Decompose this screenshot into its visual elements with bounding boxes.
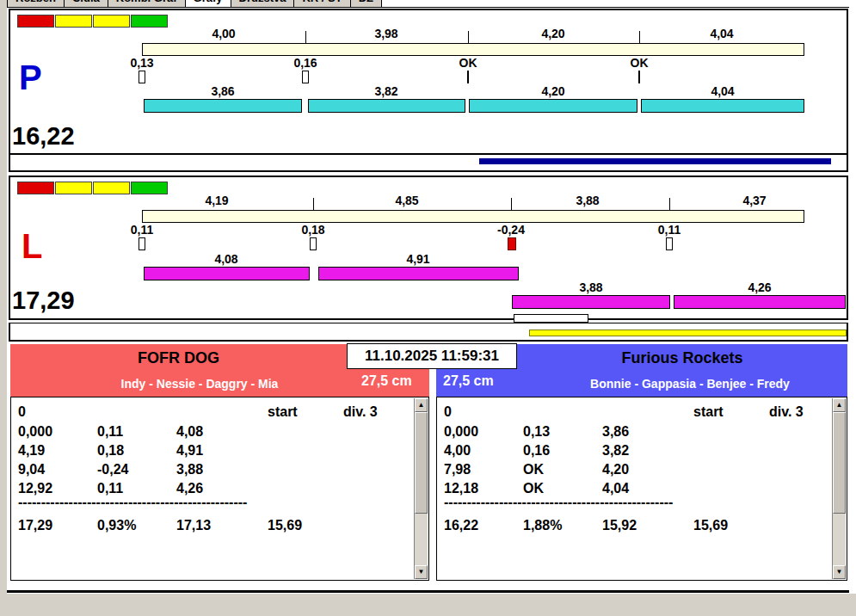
- tabbar-bottom-edge: [7, 7, 849, 8]
- run-time: 4,26: [717, 280, 803, 294]
- run-time: 4,08: [183, 252, 269, 266]
- reaction-marker: [139, 71, 145, 83]
- scroll-up-icon[interactable]: ▲: [833, 398, 846, 412]
- reaction-marker-ok: [638, 71, 640, 83]
- scroll-down-icon[interactable]: ▼: [833, 565, 846, 579]
- lane-progress-bar: [479, 158, 831, 164]
- reaction-marker: [139, 237, 145, 250]
- split-time: 3,98: [343, 27, 429, 40]
- status-light-green: [131, 182, 168, 194]
- cumulative-time: 4,00: [444, 443, 471, 459]
- scrollbar[interactable]: ▲ ▼: [414, 398, 428, 579]
- next-heat-strip: [9, 323, 848, 342]
- lane-label: L: [22, 229, 42, 263]
- reaction-marker: [302, 71, 309, 83]
- scale-tick: [313, 198, 314, 210]
- cross-time: 0,18: [97, 443, 124, 459]
- cross-time: 0,16: [523, 443, 550, 459]
- reaction-time: 0,11: [116, 223, 168, 237]
- cumulative-time: 7,98: [444, 462, 471, 477]
- table-separator: ----------------------------------------…: [18, 495, 247, 510]
- split-time: 4,00: [181, 27, 267, 40]
- total-ref: 15,69: [693, 518, 728, 533]
- total-ref: 15,69: [268, 518, 302, 533]
- dog-time: 4,20: [602, 462, 629, 477]
- table-header-zero: 0: [444, 404, 452, 420]
- team-name: FOFR DOG: [10, 349, 347, 367]
- reaction-time: OK: [613, 56, 665, 70]
- cumulative-time: 0,000: [18, 424, 52, 440]
- reaction-time-fault: -0,24: [485, 223, 537, 237]
- cross-time: -0,24: [97, 462, 128, 477]
- cross-time: OK: [523, 462, 544, 477]
- reaction-time: 0,13: [116, 56, 168, 70]
- run-time: 3,86: [180, 84, 266, 98]
- run-time: 4,91: [375, 252, 461, 266]
- table-header-start: start: [693, 404, 724, 420]
- reaction-marker-ok: [467, 71, 469, 83]
- cross-time: 0,13: [523, 424, 550, 440]
- reaction-marker: [310, 237, 317, 250]
- scroll-thumb[interactable]: [415, 412, 428, 514]
- window-bottom-border: [7, 590, 849, 593]
- reaction-time: 0,16: [280, 56, 331, 70]
- timestamp: 11.10.2025 11:59:31: [347, 343, 517, 369]
- scale-tick: [468, 31, 469, 43]
- table-header-zero: 0: [18, 404, 26, 420]
- scale-tick: [511, 198, 512, 210]
- window-frame-left: [0, 0, 7, 594]
- run-bar: [144, 267, 310, 280]
- scroll-up-icon[interactable]: ▲: [415, 398, 428, 412]
- dog-time: 3,88: [176, 462, 203, 477]
- window-frame-bottom: [0, 594, 856, 616]
- reaction-marker: [666, 237, 673, 250]
- reaction-fault-marker: [508, 237, 516, 250]
- scrollbar[interactable]: ▲ ▼: [832, 398, 846, 579]
- reaction-time: 0,11: [644, 223, 695, 237]
- result-table-right: 0 start div. 3 0,000 0,13 3,86 4,00 0,16…: [436, 397, 847, 581]
- run-bar: [641, 99, 804, 113]
- reaction-time: OK: [442, 56, 494, 70]
- table-separator: ----------------------------------------…: [444, 495, 673, 510]
- run-bar: [674, 295, 846, 309]
- status-light-red: [17, 15, 54, 28]
- team-dogs: Bonnie - Gappasia - Benjee - Fredy: [539, 377, 841, 391]
- cross-time: 0,11: [97, 424, 123, 440]
- time-scale-bar: [142, 210, 804, 223]
- scale-tick: [669, 198, 670, 210]
- dog-time: 3,82: [602, 443, 629, 459]
- result-table-left: 0 start div. 3 0,000 0,11 4,08 4,19 0,18…: [10, 397, 429, 581]
- run-bar: [144, 99, 302, 113]
- lane-label: P: [19, 60, 42, 95]
- table-header-start: start: [268, 404, 298, 420]
- progress-marker-box: [514, 314, 588, 323]
- run-bar: [308, 99, 465, 113]
- dog-time: 3,86: [602, 424, 629, 440]
- run-time: 4,20: [510, 84, 596, 98]
- dog-time: 4,08: [176, 424, 203, 440]
- scroll-down-icon[interactable]: ▼: [415, 565, 428, 579]
- panel-divider: [10, 153, 847, 155]
- cumulative-time: 0,000: [444, 424, 478, 440]
- total-pct: 1,88%: [523, 518, 562, 533]
- table-header-div: div. 3: [343, 404, 378, 420]
- run-time: 3,82: [343, 84, 429, 98]
- status-light-red: [17, 182, 54, 194]
- split-time: 3,88: [545, 194, 631, 207]
- run-time: 3,88: [548, 280, 634, 294]
- total-time: 17,29: [18, 518, 52, 533]
- scroll-thumb[interactable]: [833, 412, 846, 514]
- reaction-time: 0,18: [287, 223, 339, 237]
- total-pct: 0,93%: [97, 518, 136, 533]
- scale-tick: [639, 31, 640, 43]
- total-net: 17,13: [176, 518, 211, 533]
- run-time: 4,04: [680, 84, 766, 98]
- status-light-yellow: [93, 15, 130, 28]
- cumulative-time: 4,19: [18, 443, 45, 459]
- total-net: 15,92: [602, 518, 637, 533]
- team-dogs: Indy - Nessie - Daggry - Mia: [28, 377, 372, 391]
- run-bar: [512, 295, 670, 309]
- lane-panel-p: 4,00 3,98 4,20 4,04 0,13 0,16 OK OK 3,86…: [9, 9, 848, 172]
- app-window: Rozběh Čidla Kombi Graf Grafy Družstva K…: [0, 0, 856, 616]
- split-time: 4,85: [364, 194, 450, 207]
